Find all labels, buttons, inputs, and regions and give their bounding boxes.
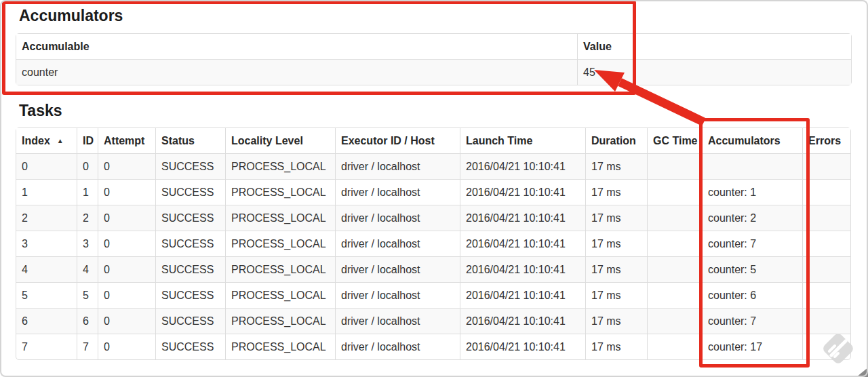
task-cell: 5 bbox=[16, 282, 77, 308]
task-cell bbox=[647, 205, 702, 231]
header-launch-time[interactable]: Launch Time bbox=[460, 128, 585, 154]
task-cell: SUCCESS bbox=[155, 282, 225, 308]
task-cell bbox=[647, 154, 702, 179]
task-cell: driver / localhost bbox=[335, 308, 460, 334]
task-row: 0 0 0 SUCCESS PROCESS_LOCAL driver / loc… bbox=[16, 154, 850, 179]
task-cell: driver / localhost bbox=[335, 256, 460, 282]
value-column-header: Value bbox=[577, 34, 851, 60]
task-cell: 6 bbox=[16, 308, 77, 334]
task-cell bbox=[802, 282, 850, 308]
accumulators-section-title: Accumulators bbox=[19, 7, 123, 25]
task-cell: 2016/04/21 10:10:41 bbox=[460, 256, 585, 282]
task-cell bbox=[802, 154, 850, 179]
task-cell: 2016/04/21 10:10:41 bbox=[460, 334, 585, 359]
task-cell bbox=[802, 334, 850, 359]
task-cell: 3 bbox=[77, 231, 98, 256]
task-cell bbox=[647, 308, 702, 334]
task-cell bbox=[802, 308, 850, 334]
task-cell: SUCCESS bbox=[155, 308, 225, 334]
task-cell: 7 bbox=[16, 334, 77, 359]
task-cell: 3 bbox=[16, 231, 77, 256]
header-accumulators[interactable]: Accumulators bbox=[702, 128, 802, 154]
task-row: 2 2 0 SUCCESS PROCESS_LOCAL driver / loc… bbox=[16, 205, 850, 231]
task-cell: 2016/04/21 10:10:41 bbox=[460, 154, 585, 179]
task-cell: 2016/04/21 10:10:41 bbox=[460, 282, 585, 308]
task-cell: 0 bbox=[98, 205, 155, 231]
task-cell: 2016/04/21 10:10:41 bbox=[460, 308, 585, 334]
task-row: 7 7 0 SUCCESS PROCESS_LOCAL driver / loc… bbox=[16, 334, 850, 359]
task-cell: 2 bbox=[16, 205, 77, 231]
task-cell: 17 ms bbox=[585, 256, 647, 282]
header-index[interactable]: Index▲ bbox=[16, 128, 77, 154]
task-cell: 0 bbox=[98, 308, 155, 334]
task-cell bbox=[802, 179, 850, 205]
corner-artifact bbox=[856, 368, 868, 377]
task-cell: 17 ms bbox=[585, 231, 647, 256]
task-cell: 5 bbox=[77, 282, 98, 308]
task-cell-accumulators: counter: 7 bbox=[702, 308, 802, 334]
header-locality-level[interactable]: Locality Level bbox=[225, 128, 335, 154]
task-cell: driver / localhost bbox=[335, 282, 460, 308]
task-row: 6 6 0 SUCCESS PROCESS_LOCAL driver / loc… bbox=[16, 308, 850, 334]
header-executor-id-host[interactable]: Executor ID / Host bbox=[335, 128, 460, 154]
task-cell: 17 ms bbox=[585, 179, 647, 205]
header-attempt[interactable]: Attempt bbox=[98, 128, 155, 154]
task-cell bbox=[647, 334, 702, 359]
accumulable-row: counter 45 bbox=[16, 60, 851, 85]
task-cell: PROCESS_LOCAL bbox=[225, 334, 335, 359]
task-cell bbox=[647, 179, 702, 205]
header-duration[interactable]: Duration bbox=[585, 128, 647, 154]
header-status[interactable]: Status bbox=[155, 128, 225, 154]
task-cell: 4 bbox=[16, 256, 77, 282]
tasks-header-row: Index▲ ID Attempt Status Locality Level … bbox=[16, 128, 850, 154]
task-cell: PROCESS_LOCAL bbox=[225, 179, 335, 205]
task-cell: driver / localhost bbox=[335, 334, 460, 359]
task-cell-accumulators: counter: 5 bbox=[702, 256, 802, 282]
task-cell: driver / localhost bbox=[335, 231, 460, 256]
header-gc-time[interactable]: GC Time bbox=[647, 128, 702, 154]
task-cell-accumulators: counter: 1 bbox=[702, 179, 802, 205]
tasks-section-title: Tasks bbox=[19, 102, 62, 120]
task-cell: 0 bbox=[16, 154, 77, 179]
task-cell: SUCCESS bbox=[155, 205, 225, 231]
task-cell: 2016/04/21 10:10:41 bbox=[460, 231, 585, 256]
task-cell: 2016/04/21 10:10:41 bbox=[460, 179, 585, 205]
task-cell: 17 ms bbox=[585, 334, 647, 359]
task-cell: SUCCESS bbox=[155, 154, 225, 179]
task-cell bbox=[802, 231, 850, 256]
task-cell-accumulators: counter: 7 bbox=[702, 231, 802, 256]
task-row: 1 1 0 SUCCESS PROCESS_LOCAL driver / loc… bbox=[16, 179, 850, 205]
task-cell: 7 bbox=[77, 334, 98, 359]
accumulable-header-row: Accumulable Value bbox=[16, 34, 851, 60]
task-cell bbox=[647, 256, 702, 282]
task-cell: 2 bbox=[77, 205, 98, 231]
task-cell: 2016/04/21 10:10:41 bbox=[460, 205, 585, 231]
task-cell-accumulators bbox=[702, 154, 802, 179]
task-cell: SUCCESS bbox=[155, 231, 225, 256]
task-cell: driver / localhost bbox=[335, 179, 460, 205]
task-row: 5 5 0 SUCCESS PROCESS_LOCAL driver / loc… bbox=[16, 282, 850, 308]
task-cell-accumulators: counter: 6 bbox=[702, 282, 802, 308]
tasks-table: Index▲ ID Attempt Status Locality Level … bbox=[16, 127, 851, 360]
accumulable-name-cell: counter bbox=[16, 60, 577, 85]
task-cell: SUCCESS bbox=[155, 179, 225, 205]
sort-asc-icon: ▲ bbox=[57, 137, 64, 144]
task-cell: PROCESS_LOCAL bbox=[225, 282, 335, 308]
accumulable-table: Accumulable Value counter 45 bbox=[16, 33, 852, 85]
task-cell: 0 bbox=[98, 231, 155, 256]
task-cell: 0 bbox=[98, 282, 155, 308]
task-cell: 17 ms bbox=[585, 205, 647, 231]
header-id[interactable]: ID bbox=[77, 128, 98, 154]
header-index-label: Index bbox=[22, 135, 50, 146]
task-cell: SUCCESS bbox=[155, 256, 225, 282]
task-cell: 0 bbox=[98, 154, 155, 179]
task-cell: driver / localhost bbox=[335, 154, 460, 179]
task-cell: 17 ms bbox=[585, 308, 647, 334]
task-cell: 0 bbox=[98, 256, 155, 282]
task-cell: 1 bbox=[77, 179, 98, 205]
task-cell-accumulators: counter: 2 bbox=[702, 205, 802, 231]
accumulable-column-header: Accumulable bbox=[16, 34, 577, 60]
task-cell: 1 bbox=[16, 179, 77, 205]
task-cell bbox=[802, 256, 850, 282]
header-errors[interactable]: Errors bbox=[802, 128, 850, 154]
